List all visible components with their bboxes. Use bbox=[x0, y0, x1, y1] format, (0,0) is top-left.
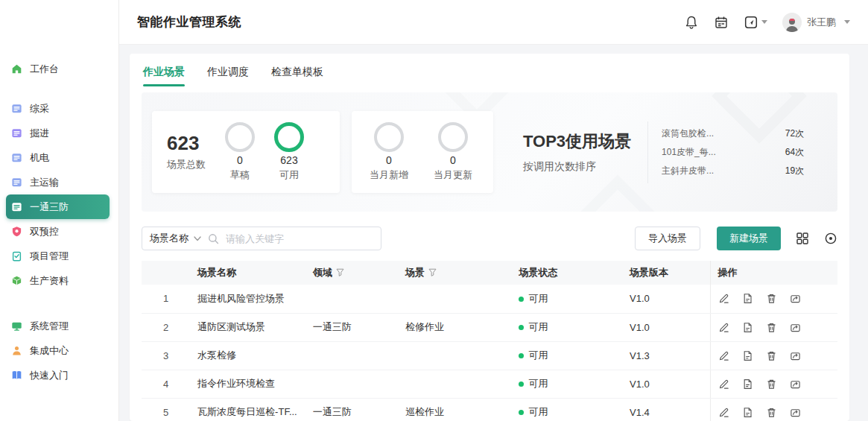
sidebar-item-掘进[interactable]: 掘进 bbox=[0, 121, 118, 145]
copy-icon[interactable] bbox=[742, 293, 753, 304]
create-scene-button[interactable]: 新建场景 bbox=[717, 227, 781, 250]
status-label: 可用 bbox=[528, 293, 548, 304]
delete-icon[interactable] bbox=[766, 293, 777, 304]
cell-scene bbox=[398, 285, 512, 313]
status-label: 可用 bbox=[528, 378, 548, 389]
tab-作业场景[interactable]: 作业场景 bbox=[143, 66, 185, 86]
sidebar-item-项目管理[interactable]: 项目管理 bbox=[0, 244, 118, 268]
delete-icon[interactable] bbox=[766, 379, 777, 390]
top3-item: 主斜井皮带...19次 bbox=[662, 165, 804, 177]
cell-version: V1.3 bbox=[622, 341, 710, 370]
row-actions bbox=[718, 407, 830, 418]
share-icon[interactable] bbox=[790, 350, 801, 361]
stat-month-new-value: 0 bbox=[386, 154, 392, 166]
panel-icon bbox=[10, 152, 22, 164]
panel-icon bbox=[10, 201, 22, 213]
share-icon[interactable] bbox=[790, 407, 801, 418]
sidebar-item-label: 主运输 bbox=[30, 176, 59, 189]
sidebar-item-机电[interactable]: 机电 bbox=[0, 145, 118, 170]
row-actions bbox=[718, 379, 830, 390]
stat-month-updated: 0 当月更新 bbox=[434, 122, 472, 182]
cell-actions bbox=[710, 398, 837, 421]
status-label: 可用 bbox=[528, 406, 548, 417]
cell-index: 4 bbox=[142, 370, 190, 398]
cell-status: 可用 bbox=[511, 285, 622, 313]
card-view-icon[interactable] bbox=[796, 232, 809, 245]
calendar-icon[interactable] bbox=[714, 15, 729, 30]
cell-version: V1.0 bbox=[622, 285, 710, 313]
top3-item-name: 101皮带_每... bbox=[662, 146, 716, 159]
cell-status: 可用 bbox=[511, 370, 622, 398]
top3-item: 滚筒包胶检...72次 bbox=[662, 127, 804, 140]
share-icon[interactable] bbox=[790, 322, 801, 333]
sidebar-item-双预控[interactable]: 双预控 bbox=[0, 219, 118, 244]
sidebar-item-工作台[interactable]: 工作台 bbox=[0, 57, 118, 81]
copy-icon[interactable] bbox=[742, 350, 753, 361]
page-title: 智能作业管理系统 bbox=[137, 13, 241, 31]
sidebar-item-label: 快速入门 bbox=[30, 369, 69, 382]
sidebar-item-label: 综采 bbox=[30, 102, 49, 115]
edit-icon[interactable] bbox=[718, 293, 729, 304]
copy-icon[interactable] bbox=[742, 407, 753, 418]
cell-domain bbox=[305, 341, 398, 370]
stat-month-new: 0 当月新增 bbox=[370, 122, 408, 182]
share-icon[interactable] bbox=[790, 379, 801, 390]
ring-icon bbox=[225, 122, 255, 152]
scene-table-body: 1掘进机风险管控场景可用V1.02通防区测试场景一通三防检修作业可用V1.03水… bbox=[142, 285, 837, 421]
user-menu[interactable]: 张王鹏 bbox=[782, 13, 850, 32]
sidebar-item-label: 项目管理 bbox=[30, 250, 69, 263]
edit-icon[interactable] bbox=[718, 322, 729, 333]
edit-icon[interactable] bbox=[718, 350, 729, 361]
cell-domain: 一通三防 bbox=[305, 398, 398, 421]
cell-actions bbox=[710, 285, 837, 313]
cell-domain bbox=[305, 285, 398, 313]
stat-draft: 0 草稿 bbox=[225, 122, 255, 182]
edit-icon[interactable] bbox=[718, 379, 729, 390]
search-field-select[interactable]: 场景名称 bbox=[150, 232, 201, 245]
header-version: 场景版本 bbox=[622, 261, 710, 285]
import-scene-button[interactable]: 导入场景 bbox=[635, 227, 700, 250]
header-domain: 领域 bbox=[305, 261, 398, 285]
tab-bar: 作业场景作业调度检查单模板 bbox=[142, 64, 837, 86]
sidebar-item-生产资料[interactable]: 生产资料 bbox=[0, 268, 118, 293]
cell-scene-name: 掘进机风险管控场景 bbox=[190, 285, 305, 313]
top3-item-count: 72次 bbox=[785, 127, 804, 140]
delete-icon[interactable] bbox=[766, 407, 777, 418]
filter-icon[interactable] bbox=[336, 268, 344, 276]
edit-icon[interactable] bbox=[718, 407, 729, 418]
monitor-icon bbox=[10, 320, 22, 332]
table-row: 1掘进机风险管控场景可用V1.0 bbox=[142, 285, 837, 313]
sidebar-item-综采[interactable]: 综采 bbox=[0, 96, 118, 121]
sidebar-item-label: 机电 bbox=[30, 151, 49, 165]
bell-icon[interactable] bbox=[684, 15, 699, 30]
sidebar-item-一通三防[interactable]: 一通三防 bbox=[6, 194, 110, 219]
sidebar-item-系统管理[interactable]: 系统管理 bbox=[0, 314, 118, 338]
delete-icon[interactable] bbox=[766, 350, 777, 361]
copy-icon[interactable] bbox=[742, 322, 753, 333]
panel-icon bbox=[10, 127, 22, 139]
ring-icon bbox=[274, 122, 304, 152]
search-input[interactable] bbox=[226, 233, 373, 244]
sidebar-item-集成中心[interactable]: 集成中心 bbox=[0, 338, 118, 363]
chevron-down-icon bbox=[761, 20, 767, 24]
tab-作业调度[interactable]: 作业调度 bbox=[207, 66, 249, 86]
delete-icon[interactable] bbox=[766, 322, 777, 333]
app-window-icon[interactable] bbox=[744, 15, 767, 30]
sidebar-group: 综采掘进机电主运输一通三防双预控项目管理生产资料 bbox=[0, 96, 118, 293]
stat-draft-label: 草稿 bbox=[230, 168, 250, 182]
filter-icon[interactable] bbox=[428, 268, 437, 276]
top3-item: 101皮带_每...64次 bbox=[662, 146, 804, 159]
share-icon[interactable] bbox=[790, 293, 801, 304]
column-settings-icon[interactable] bbox=[824, 232, 837, 245]
cell-scene-name: 通防区测试场景 bbox=[190, 313, 305, 341]
sidebar-item-快速入门[interactable]: 快速入门 bbox=[0, 363, 118, 387]
sidebar-item-主运输[interactable]: 主运输 bbox=[0, 170, 118, 194]
cell-scene-name: 指令作业环境检查 bbox=[190, 370, 305, 398]
header-actions: 操作 bbox=[710, 261, 837, 285]
chevron-down-icon bbox=[194, 236, 201, 241]
tab-检查单模板[interactable]: 检查单模板 bbox=[271, 66, 323, 86]
people-icon bbox=[10, 345, 22, 357]
shield-icon bbox=[10, 226, 22, 238]
copy-icon[interactable] bbox=[742, 379, 753, 390]
search-box: 场景名称 bbox=[142, 227, 381, 250]
